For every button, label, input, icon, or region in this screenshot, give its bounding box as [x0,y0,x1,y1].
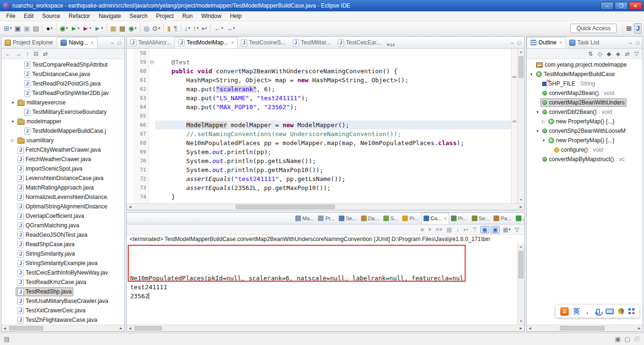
console-vscrollbar[interactable]: ▲ ▼ [517,243,524,325]
show-whitespace-button[interactable]: ¶ [172,24,179,33]
console-hscrollbar[interactable]: ◀ ▶ [127,325,524,331]
hide-fields-button[interactable]: ◇ [596,50,604,58]
expand-arrow-icon[interactable]: ▷ [541,119,547,124]
editor-tab-testmodelmap[interactable]: TestModelMap...× [175,37,238,48]
console-view-tab-pr-7[interactable]: Pr... [449,213,470,224]
minimize-view-icon[interactable]: – [509,39,515,46]
code-area[interactable]: 5859 @Test60 public void convertMap2Bean… [127,49,511,203]
right-panel-hscrollbar[interactable]: ◀ ▶ [527,325,643,331]
vscroll-thumb[interactable] [519,251,523,278]
console-view-tab-se-2[interactable]: Se... [337,213,359,224]
outline-item-convertshp2beanwithloosem-7[interactable]: ▾convertShp2BeanWithLooseM [527,126,643,136]
back-button[interactable]: ← [3,50,13,58]
tree-item-stringsimilarity-java[interactable]: StringSimilarity.java [1,249,124,259]
minimize-view-icon[interactable]: – [109,39,115,46]
editor-tab-testallaircr[interactable]: TestAllAircr... [127,37,175,48]
scroll-right-arrow-icon[interactable]: ▶ [636,325,643,331]
scroll-left-arrow-icon[interactable]: ◀ [527,325,533,331]
open-console-button[interactable]: ▦▾ [501,226,512,233]
terminate-button[interactable]: ■ [419,226,425,233]
close-tab-icon[interactable]: × [231,40,234,45]
tree-item-usamilitary[interactable]: ▷usamilitary [1,136,124,145]
ime-skin-icon[interactable] [618,308,624,314]
open-type-button[interactable]: ◎ [142,24,151,33]
hscroll-thumb[interactable] [236,205,335,209]
tree-item-testdistancecase-java[interactable]: TestDistanceCase.java [1,69,124,79]
save-all-button[interactable]: ▣ [22,24,31,33]
menu-refactor[interactable]: Refactor [64,12,94,20]
collapse-arrow-icon[interactable]: ▾ [535,110,540,114]
menu-navigate[interactable]: Navigate [94,12,125,20]
coverage-button[interactable]: ►▾ [81,24,93,33]
editor-tab-testcosines[interactable]: TestCosineS... [238,37,289,48]
tree-item-importscenicspot-java[interactable]: ImportScenicSpot.java [1,164,124,173]
hscroll-thumb[interactable] [134,326,162,330]
resize-grip-icon[interactable] [634,336,640,342]
scroll-down-arrow-icon[interactable]: ▼ [518,197,524,203]
maximize-view-icon[interactable]: □ [116,39,123,46]
collapse-arrow-icon[interactable]: ▾ [10,119,16,124]
scroll-up-arrow-icon[interactable]: ▲ [518,243,524,250]
menu-run[interactable]: Run [178,12,197,20]
close-tab-icon[interactable]: × [91,40,94,45]
microphone-icon[interactable] [596,309,600,314]
console-view-tab-pr-1[interactable]: Pr... [316,213,337,224]
expand-arrow-icon[interactable]: ▷ [10,138,16,143]
menu-file[interactable]: File [2,12,19,20]
collapse-arrow-icon[interactable]: ▾ [535,129,540,133]
link-with-editor-button[interactable]: ⇄ [623,50,632,58]
outline-item-com-yelang-project-modelmappe-0[interactable]: com.yelang.project.modelmappe [527,60,643,69]
next-annotation-button[interactable]: ↓▾ [183,24,192,33]
last-edit-location-button[interactable]: ↩ [200,24,209,33]
tree-item-testreadkmzcase-java[interactable]: TestReadKmzCase.java [1,277,124,287]
prev-annotation-button[interactable]: ↑▾ [192,24,200,33]
tree-item-normalizedlevenshteindistance[interactable]: NormalizedLevenshteinDistance. [1,192,124,202]
save-button[interactable]: ▣ [13,24,22,33]
collapse-arrow-icon[interactable]: ▾ [10,100,16,105]
back-button[interactable]: ←▾ [212,24,224,33]
menu-window[interactable]: Window [197,12,226,20]
tree-item-testzhflightawarecase-java[interactable]: TestZhFlightawareCase.java [1,315,124,325]
java-perspective-button[interactable]: J [634,23,642,34]
search-button[interactable]: ⊙▾ [151,24,162,33]
console-view-tab-s-4[interactable]: S... [381,213,401,224]
tree-item-qgrammatching-java[interactable]: QGramMatching.java [1,221,124,230]
tree-item-testreadpoishpwriter2db-jav[interactable]: TestReadPoiShpWriter2Db.jav [1,88,124,98]
hide-static-members-button[interactable]: ◆ [605,50,613,58]
editor-vscrollbar[interactable]: ▲ ▼ [517,49,524,203]
tree-item-readshpcase-java[interactable]: ReadShpCase.java [1,240,124,249]
sort-button[interactable]: ⇅ [586,50,595,58]
clear-console-button[interactable]: ▤ [445,226,453,233]
collapse-arrow-icon[interactable]: ▾ [529,72,534,77]
tree-item-testreadshp-java[interactable]: TestReadShp.java [1,287,124,296]
remove-launch-button[interactable]: × [427,226,433,233]
tree-item-optimalstringalignmentdistance[interactable]: OptimalStringAlignmentDistance [1,202,124,211]
tree-item-testmodelmapperbuildcase-j[interactable]: TestModelMapperBuildCase.j [1,126,124,136]
menu-project[interactable]: Project [152,12,178,20]
up-button[interactable]: ↑ [24,50,31,58]
tree-item-fetchweathercrawer-java[interactable]: FetchWeatherCrawer.java [1,155,124,164]
new-package-button[interactable]: ▩ [118,24,127,33]
new-class-button[interactable]: ◉▾ [127,24,138,33]
tree-item-testxxlcrawerceic-java[interactable]: TestXxlCrawerCeic.java [1,306,124,315]
notifications-icon[interactable]: ▣ [615,336,620,343]
quick-access-box[interactable]: Quick Access [570,24,617,33]
hscroll-thumb[interactable] [9,326,43,330]
vscroll-thumb[interactable] [519,56,523,78]
maximize-button[interactable]: ❐ [615,2,628,10]
close-tab-icon[interactable]: × [444,216,447,221]
fold-collapse-icon[interactable] [150,60,154,64]
new-java-project-button[interactable]: ▦ [109,24,118,33]
outline-item-convertmap2bean-3[interactable]: convertMap2Bean() : void [527,88,643,98]
hidden-tabs-indicator[interactable]: »14 [385,37,397,48]
minimize-view-icon[interactable]: – [627,39,633,46]
overview-ruler[interactable] [511,49,517,203]
outline-item-new-propertymap-8[interactable]: ▾new PropertyMap() {...} [527,136,643,145]
background-jobs-icon[interactable]: ▢ [625,336,630,343]
tree-item-testmilitaryexerciseboundary[interactable]: TestMilitaryExerciseBoundary [1,107,124,117]
console-view-tab-da-3[interactable]: Da... [359,213,381,224]
view-tab-project-explorer[interactable]: Project Explorer [1,37,57,48]
console-view-tab-ma-0[interactable]: Ma... [293,213,316,224]
ime-language-toggle[interactable]: 英 [573,307,580,316]
link-with-editor-button[interactable]: ⇄ [41,50,50,58]
